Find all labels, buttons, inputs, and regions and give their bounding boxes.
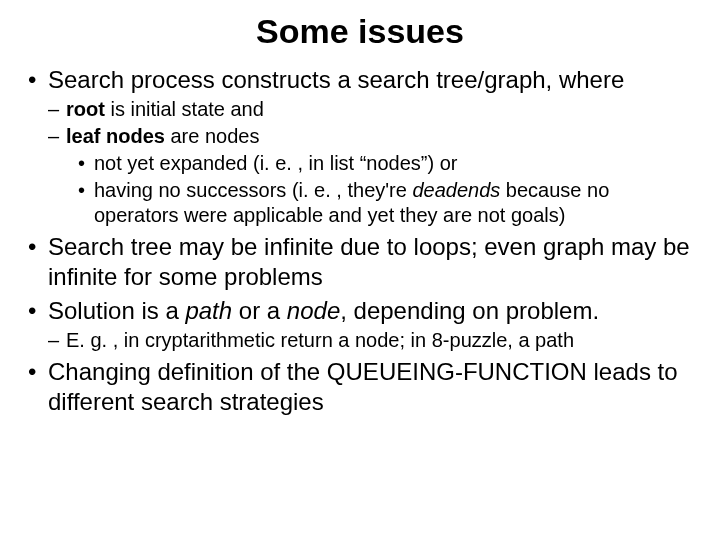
bullet-list: Search process constructs a search tree/… [24,65,696,417]
bullet-1-sub1-rest: is initial state and [105,98,264,120]
bullet-3: Solution is a path or a node, depending … [24,296,696,353]
bullet-1-sub2-rest: are nodes [165,125,260,147]
bullet-1-sublist: root is initial state and leaf nodes are… [48,97,696,228]
bullet-1-sub2: leaf nodes are nodes not yet expanded (i… [48,124,696,228]
bullet-1-sub1-bold: root [66,98,105,120]
bullet-1: Search process constructs a search tree/… [24,65,696,228]
bullet-3-sublist: E. g. , in cryptarithmetic return a node… [48,328,696,353]
bullet-1-sub2-b: having no successors (i. e. , they're de… [74,178,696,228]
bullet-4: Changing definition of the QUEUEING-FUNC… [24,357,696,417]
bullet-1-sub2-b-em: deadends [412,179,500,201]
bullet-1-sub1: root is initial state and [48,97,696,122]
bullet-3-em2: node [287,297,340,324]
bullet-1-sub2-a: not yet expanded (i. e. , in list “nodes… [74,151,696,176]
bullet-1-sub2-sublist: not yet expanded (i. e. , in list “nodes… [66,151,696,228]
bullet-3-mid: or a [232,297,287,324]
bullet-1-sub2-bold: leaf nodes [66,125,165,147]
bullet-1-text: Search process constructs a search tree/… [48,66,624,93]
bullet-3-pre: Solution is a [48,297,185,324]
bullet-2: Search tree may be infinite due to loops… [24,232,696,292]
bullet-3-em1: path [185,297,232,324]
slide-title: Some issues [24,12,696,51]
bullet-3-post: , depending on problem. [340,297,599,324]
bullet-3-sub1: E. g. , in cryptarithmetic return a node… [48,328,696,353]
bullet-1-sub2-b-pre: having no successors (i. e. , they're [94,179,412,201]
